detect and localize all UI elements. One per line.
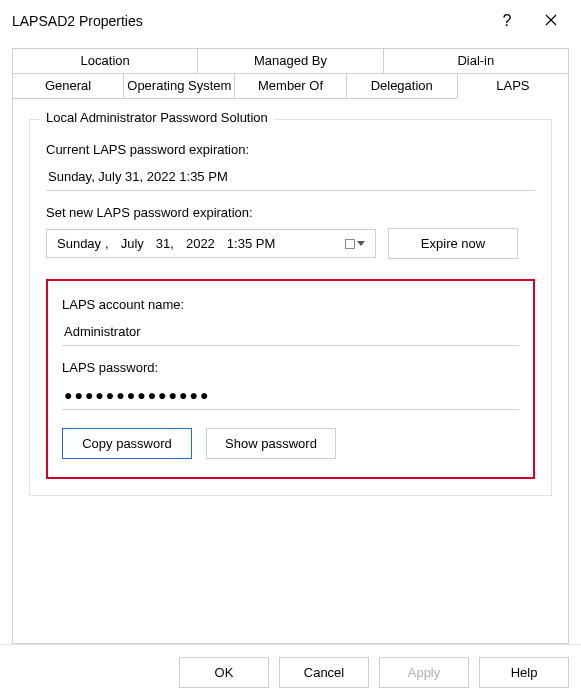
account-name-value: Administrator <box>62 320 519 346</box>
set-new-expiration-row: Sunday , July 31, 2022 1:35 PM <box>46 228 535 259</box>
window-title: LAPSAD2 Properties <box>12 13 143 29</box>
tab-delegation[interactable]: Delegation <box>346 73 458 99</box>
close-button[interactable] <box>529 0 573 42</box>
set-new-expiration-label: Set new LAPS password expiration: <box>46 205 535 220</box>
close-icon <box>545 12 557 30</box>
dt-year[interactable]: 2022 <box>186 236 215 251</box>
datetime-text: Sunday , July 31, 2022 1:35 PM <box>57 236 275 251</box>
chevron-down-icon <box>357 241 365 247</box>
password-value: ●●●●●●●●●●●●●● <box>62 383 519 410</box>
dt-time[interactable]: 1:35 PM <box>227 236 275 251</box>
show-password-button[interactable]: Show password <box>206 428 336 459</box>
dialog-body: Location Managed By Dial-in General Oper… <box>0 42 581 644</box>
groupbox-legend: Local Administrator Password Solution <box>40 110 274 125</box>
password-label: LAPS password: <box>62 360 519 375</box>
tab-operating-system[interactable]: Operating System <box>123 73 235 99</box>
password-button-row: Copy password Show password <box>62 428 519 459</box>
ok-button[interactable]: OK <box>179 657 269 688</box>
calendar-icon <box>345 239 355 249</box>
help-icon: ? <box>503 12 512 30</box>
current-expiration-value: Sunday, July 31, 2022 1:35 PM <box>46 165 535 191</box>
copy-password-button[interactable]: Copy password <box>62 428 192 459</box>
tab-row-1: Location Managed By Dial-in <box>12 48 569 74</box>
tab-general[interactable]: General <box>12 73 124 99</box>
tab-dial-in[interactable]: Dial-in <box>383 48 569 74</box>
expire-now-button[interactable]: Expire now <box>388 228 518 259</box>
datetime-dropdown-button[interactable] <box>345 239 365 249</box>
credential-highlight-box: LAPS account name: Administrator LAPS pa… <box>46 279 535 479</box>
tab-member-of[interactable]: Member Of <box>234 73 346 99</box>
expiration-datetime-picker[interactable]: Sunday , July 31, 2022 1:35 PM <box>46 229 376 258</box>
tab-row-2: General Operating System Member Of Deleg… <box>12 73 569 99</box>
tab-content-laps: Local Administrator Password Solution Cu… <box>12 98 569 644</box>
tab-strip: Location Managed By Dial-in General Oper… <box>12 48 569 99</box>
dt-month[interactable]: July <box>121 236 144 251</box>
apply-button[interactable]: Apply <box>379 657 469 688</box>
current-expiration-label: Current LAPS password expiration: <box>46 142 535 157</box>
help-button[interactable]: ? <box>485 0 529 42</box>
laps-groupbox: Local Administrator Password Solution Cu… <box>29 119 552 496</box>
tab-laps[interactable]: LAPS <box>457 73 569 99</box>
account-name-label: LAPS account name: <box>62 297 519 312</box>
help-button-footer[interactable]: Help <box>479 657 569 688</box>
tab-location[interactable]: Location <box>12 48 198 74</box>
dialog-footer: OK Cancel Apply Help <box>0 644 581 700</box>
dt-day[interactable]: 31, <box>156 236 174 251</box>
cancel-button[interactable]: Cancel <box>279 657 369 688</box>
dt-weekday[interactable]: Sunday <box>57 236 101 251</box>
titlebar: LAPSAD2 Properties ? <box>0 0 581 42</box>
properties-dialog: LAPSAD2 Properties ? Location Managed By… <box>0 0 581 700</box>
tab-managed-by[interactable]: Managed By <box>197 48 383 74</box>
